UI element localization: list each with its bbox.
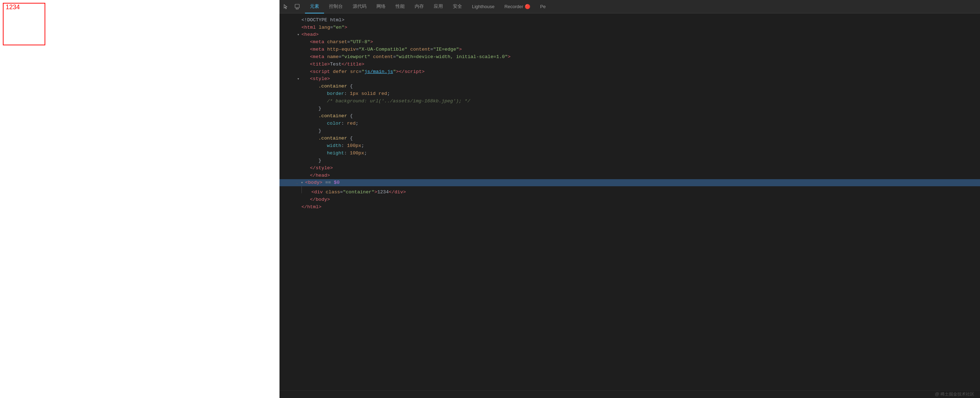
tab-security[interactable]: 安全 xyxy=(448,0,467,13)
elements-panel-code: <!DOCTYPE html> <html lang = "en" > ▾ <h… xyxy=(280,13,980,390)
code-line-close3: } xyxy=(280,157,980,164)
code-line-color: color : red ; xyxy=(280,120,980,127)
code-line-meta-compat: <meta http-equiv = "X-UA-Compatible" con… xyxy=(280,46,980,53)
tab-console[interactable]: 控制台 xyxy=(324,0,348,13)
code-line-comment-bg: /* background: url('../assets/img-168kb.… xyxy=(280,98,980,105)
code-line-border: border : 1px solid red ; xyxy=(280,90,980,98)
tree-indent-line xyxy=(301,186,304,193)
tab-perf2[interactable]: Pe xyxy=(535,0,551,13)
devtools-panel: 元素 控制台 源代码 网络 性能 内存 应用 安全 Lighthouse Rec… xyxy=(280,0,980,398)
tab-lighthouse[interactable]: Lighthouse xyxy=(467,0,500,13)
code-line-container2: .container { xyxy=(280,112,980,120)
code-line-style-close: </style> xyxy=(280,164,980,172)
code-line-body-open[interactable]: … ▾ <body> == $0 xyxy=(280,179,980,186)
svg-rect-1 xyxy=(296,8,298,9)
code-line-div-container: <div class = "container" > 1234 </div> xyxy=(280,186,980,196)
tab-recorder[interactable]: Recorder 🔴 xyxy=(500,0,535,13)
code-line-doctype: <!DOCTYPE html> xyxy=(280,16,980,24)
code-line-head-close: </head> xyxy=(280,172,980,179)
tab-elements[interactable]: 元素 xyxy=(305,0,324,13)
code-line-title: <title> Test </title> xyxy=(280,61,980,68)
code-line-close1: } xyxy=(280,105,980,112)
preview-content-text: 1234 xyxy=(3,2,22,12)
devtools-icon-buttons xyxy=(281,2,302,12)
code-line-html: <html lang = "en" > xyxy=(280,24,980,31)
code-line-meta-charset: <meta charset = "UTF-8" > xyxy=(280,38,980,46)
code-line-script: <script defer src = "js/main.js" ></scri… xyxy=(280,68,980,75)
webpage-preview: 1234 xyxy=(0,0,280,398)
code-line-height: height : 100px ; xyxy=(280,149,980,157)
svg-rect-0 xyxy=(295,4,299,8)
tab-sources[interactable]: 源代码 xyxy=(348,0,371,13)
devtools-footer: @ 稀土掘金技术社区 xyxy=(280,390,980,398)
inspect-element-icon[interactable] xyxy=(281,2,291,12)
code-line-body-close: </body> xyxy=(280,196,980,203)
code-line-close2: } xyxy=(280,127,980,134)
tab-memory[interactable]: 内存 xyxy=(410,0,429,13)
device-toolbar-icon[interactable] xyxy=(292,2,302,12)
code-line-html-close: </html> xyxy=(280,203,980,211)
preview-container-box: 1234 xyxy=(3,3,45,45)
code-line-meta-viewport: <meta name = "viewport" content = "width… xyxy=(280,53,980,61)
code-line-head-open: ▾ <head> xyxy=(280,31,980,38)
footer-attribution: @ 稀土掘金技术社区 xyxy=(935,391,974,397)
code-line-container3: .container { xyxy=(280,134,980,142)
tab-performance[interactable]: 性能 xyxy=(391,0,410,13)
code-line-width: width : 100px ; xyxy=(280,142,980,149)
code-line-container1: .container { xyxy=(280,83,980,90)
tab-network[interactable]: 网络 xyxy=(371,0,391,13)
code-line-style-open: ▾ <style> xyxy=(280,75,980,83)
devtools-tab-bar: 元素 控制台 源代码 网络 性能 内存 应用 安全 Lighthouse Rec… xyxy=(280,0,980,13)
tab-application[interactable]: 应用 xyxy=(429,0,448,13)
